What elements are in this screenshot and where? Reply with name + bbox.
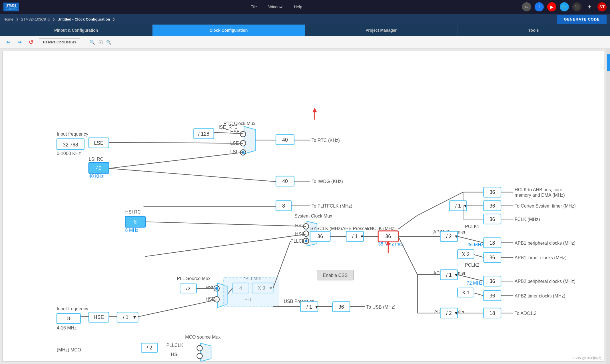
cortex-timer-val: 36 [489, 203, 495, 209]
clock-diagram: Input frequency 32.768 0-1000 KHz LSE LS… [3, 51, 604, 361]
undo-button[interactable]: ↩ [5, 39, 12, 46]
svg-line-37 [273, 241, 290, 288]
svg-text:▾: ▾ [133, 314, 136, 320]
top-bar: STM32 CubeMX File Window Help 10 f ▶ 🐦 ⚫… [0, 0, 610, 14]
input-freq-top-val: 32.768 [63, 142, 78, 148]
hse-label: HSE [94, 314, 104, 320]
input-freq-bot-label: Input frequency [57, 306, 88, 311]
svg-text:▾: ▾ [464, 203, 467, 209]
logo[interactable]: STM32 CubeMX [3, 3, 19, 11]
svg-line-70 [474, 255, 484, 258]
tab-pinout[interactable]: Pinout & Configuration [0, 25, 152, 36]
svg-text:▾: ▾ [455, 272, 457, 278]
rtc-dest: To RTC (KHz) [312, 138, 340, 143]
tab-project[interactable]: Project Manager [305, 25, 457, 36]
breadcrumb-home[interactable]: Home [3, 17, 13, 21]
tab-tools[interactable]: Tools [457, 25, 610, 36]
tab-bar: Pinout & Configuration Clock Configurati… [0, 25, 610, 36]
apb2-timer-val: 36 [489, 293, 495, 299]
pclk2-label: PCLK2 [465, 263, 479, 268]
zoom-in-icon[interactable]: 🔍 [89, 39, 95, 45]
hsi-val: 8 [134, 219, 137, 225]
svg-line-78 [457, 275, 483, 281]
svg-text:▾: ▾ [361, 234, 363, 239]
apb1-x2: X 2 [462, 252, 469, 257]
breadcrumb-current[interactable]: Untitled - Clock Configuration [57, 17, 110, 21]
usb-dest: To USB (MHz) [366, 305, 396, 309]
iwdg-dest: To IWDG (KHz) [312, 179, 343, 184]
pllclk-mux-label: PLLCLK [290, 239, 308, 244]
sysclk-mux-label: System Clock Mux [294, 214, 332, 218]
mco-radio-hsi [197, 353, 202, 359]
sysclk-label: SYSCLK (MHz) [310, 226, 342, 231]
pll-hsi-label: HSI [206, 285, 213, 290]
hsi-rc-label: HSI RC [125, 210, 141, 214]
svg-text:▾: ▾ [315, 304, 318, 310]
svg-line-31 [196, 288, 216, 289]
generate-code-button[interactable]: GENERATE CODE [557, 15, 607, 24]
breadcrumb-sep-1: ❯ [16, 17, 19, 21]
hse-div: / 1 [123, 314, 129, 320]
lsi-unit: 40 KHz [89, 174, 104, 179]
flitf-out-val: 8 [282, 203, 285, 209]
adc-div-val: / 2 [446, 310, 452, 316]
breadcrumb: Home ❯ STM32F103C8Tx ❯ Untitled - Clock … [3, 17, 116, 21]
zoom-out-icon[interactable]: 🔍 [106, 40, 111, 45]
pll-mux-radio-hsi-inner [215, 287, 218, 290]
pll-source-label: PLL Source Mux [177, 276, 210, 281]
mco-hsi-label: HSI [171, 352, 178, 357]
cortex-timer-dest: To Cortex System timer (MHz) [515, 204, 576, 208]
tab-clock[interactable]: Clock Configuration [152, 25, 305, 36]
ahb-prescaler-label: AHB Prescaler [342, 226, 372, 231]
github-icon[interactable]: ⚫ [572, 2, 581, 11]
apb2-div-val: / 1 [446, 272, 452, 278]
mco-mux-label: MCO source Mux [185, 335, 220, 339]
svg-line-52 [398, 215, 417, 229]
twitter-icon[interactable]: 🐦 [560, 2, 569, 11]
svg-line-81 [474, 293, 484, 296]
div128-label: / 128 [198, 131, 209, 137]
adc-out-val: 18 [489, 310, 495, 316]
enable-css: Enable CSS [323, 273, 348, 278]
svg-text:▾: ▾ [455, 310, 457, 316]
breadcrumb-sep-3: ❯ [112, 17, 115, 21]
fit-icon[interactable]: ⊡ [99, 39, 103, 45]
menu-help[interactable]: Help [294, 5, 302, 9]
sysclk-val: 36 [317, 234, 323, 239]
rtc-out-val: 40 [282, 137, 288, 143]
mco-div2: / 2 [147, 345, 152, 351]
menu-items: File Window Help [31, 5, 522, 9]
pclk1-label: PCLK1 [465, 224, 479, 229]
scrollbar-thumb[interactable] [607, 54, 610, 71]
svg-line-6 [109, 152, 243, 168]
watermark: CSDN @LX很爱吃范 [572, 356, 602, 360]
breadcrumb-device[interactable]: STM32F103C8Tx [21, 17, 50, 21]
logo-stm: STM32 [6, 4, 16, 7]
rtc-mux-shape [244, 126, 255, 154]
rtc-mux-radio-hse [240, 131, 246, 137]
hclk-ahb-dest: HCLK to AHB bus, core, [515, 187, 563, 192]
lse-label: LSE [94, 140, 103, 146]
refresh-button[interactable]: ↺ [27, 38, 35, 47]
apb2-periph-dest: APB2 peripheral clocks (MHz) [515, 279, 575, 284]
resolve-clock-button[interactable]: Resolve Clock Issues [39, 38, 80, 46]
menu-file[interactable]: File [250, 5, 257, 9]
hsi-unit: 8 MHz [125, 228, 139, 233]
svg-line-10 [109, 168, 276, 182]
apb2-x1: X 1 [462, 290, 469, 295]
input-freq-label-top: Input frequency [57, 132, 88, 136]
tab-clock-label: Clock Configuration [210, 28, 248, 33]
scrollbar[interactable] [607, 49, 610, 364]
st-logo-icon[interactable]: ST [597, 2, 607, 11]
hclk-ahb-val: 36 [489, 189, 495, 195]
toolbar: ↩ ↪ ↺ Resolve Clock Issues 🔍 ⊡ 🔍 [0, 36, 610, 49]
star-icon[interactable]: ✦ [585, 2, 594, 11]
mco-mux-shape [200, 343, 211, 361]
youtube-icon[interactable]: ▶ [547, 2, 556, 11]
facebook-icon[interactable]: f [535, 2, 544, 11]
redo-button[interactable]: ↪ [16, 39, 23, 46]
menu-window[interactable]: Window [268, 5, 282, 9]
breadcrumb-bar: Home ❯ STM32F103C8Tx ❯ Untitled - Clock … [0, 14, 610, 25]
mco-pllclk-label: PLLCLK [166, 343, 183, 348]
svg-line-67 [457, 236, 483, 243]
